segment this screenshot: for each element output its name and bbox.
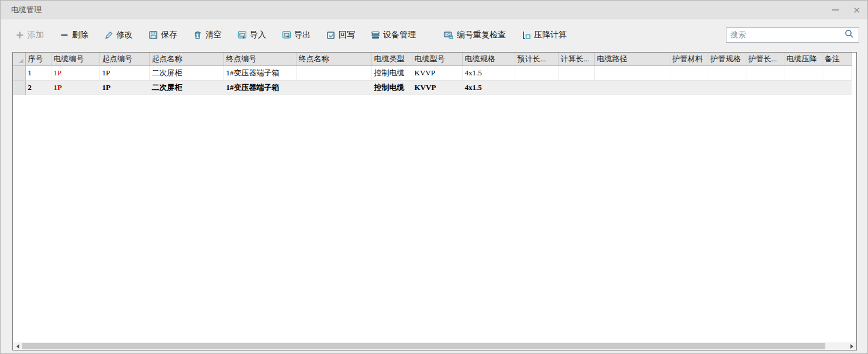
header-cell[interactable]: 计算长... — [558, 53, 594, 65]
header-cell[interactable]: 序号 — [25, 53, 51, 65]
plus-icon — [15, 30, 25, 40]
modify-label: 修改 — [116, 30, 133, 40]
table-cell[interactable]: 控制电缆 — [371, 80, 412, 95]
cable-table: 序号 电缆编号 起点编号 起点名称 终点编号 终点名称 电缆类型 电缆型号 电缆… — [12, 52, 857, 350]
title-bar: 电缆管理 — [1, 1, 867, 19]
table-cell[interactable] — [296, 80, 371, 95]
table-cell[interactable] — [296, 65, 371, 80]
table-cell[interactable]: 1P — [99, 65, 149, 80]
scrollbar-thumb[interactable] — [22, 343, 825, 349]
device-stack-icon — [371, 30, 380, 40]
add-button[interactable]: 添加 — [12, 28, 47, 42]
header-cell[interactable]: 预计长... — [515, 53, 558, 65]
table-cell[interactable] — [594, 65, 670, 80]
device-manage-button[interactable]: 设备管理 — [368, 28, 419, 42]
header-cell[interactable]: 护管材料 — [670, 53, 708, 65]
modify-button[interactable]: 修改 — [101, 28, 136, 42]
table-cell[interactable]: 2 — [25, 80, 51, 95]
table-cell[interactable]: KVVP — [412, 65, 462, 80]
table-cell[interactable] — [708, 65, 746, 80]
table-cell[interactable] — [822, 80, 851, 95]
writeback-button[interactable]: 回写 — [323, 28, 358, 42]
header-cell[interactable]: 电缆规格 — [462, 53, 515, 65]
trash-icon — [193, 30, 202, 40]
voltage-drop-button[interactable]: 压降计算 — [519, 28, 570, 42]
save-button[interactable]: 保存 — [146, 28, 180, 42]
table-row[interactable]: 1 1P 1P 二次屏柜 1#变压器端子箱 控制电缆 KVVP 4x1.5 — [13, 65, 851, 80]
table-row[interactable]: 2 1P 1P 二次屏柜 1#变压器端子箱 控制电缆 KVVP 4x1.5 — [13, 80, 851, 95]
delete-button[interactable]: 删除 — [57, 28, 91, 42]
table-cell[interactable] — [822, 65, 851, 80]
table-cell[interactable]: 1#变压器端子箱 — [223, 65, 296, 80]
select-all-cell[interactable] — [13, 53, 25, 65]
add-label: 添加 — [27, 30, 44, 40]
delete-label: 删除 — [72, 30, 88, 40]
cable-management-window: { "window": { "title": "电缆管理" }, "toolba… — [0, 0, 868, 354]
minus-icon — [60, 30, 69, 40]
table-cell[interactable]: 1P — [99, 80, 149, 95]
scroll-right-icon[interactable] — [847, 342, 856, 350]
header-cell[interactable]: 护管规格 — [708, 53, 746, 65]
header-cell[interactable]: 起点名称 — [149, 53, 223, 65]
row-indicator-icon — [19, 58, 23, 63]
clear-label: 清空 — [205, 30, 222, 40]
import-label: 导入 — [250, 30, 266, 40]
header-cell[interactable]: 电缆路径 — [594, 53, 670, 65]
header-cell[interactable]: 护管长... — [746, 53, 784, 65]
table-cell[interactable] — [558, 80, 594, 95]
import-button[interactable]: 导入 — [235, 28, 269, 42]
search-icon[interactable] — [844, 29, 855, 41]
header-cell[interactable]: 备注 — [822, 53, 851, 65]
window-title: 电缆管理 — [11, 5, 42, 15]
table-cell[interactable]: KVVP — [412, 80, 462, 95]
header-row: 序号 电缆编号 起点编号 起点名称 终点编号 终点名称 电缆类型 电缆型号 电缆… — [13, 53, 851, 65]
table-cell[interactable]: 1P — [51, 80, 99, 95]
search-input[interactable] — [731, 30, 844, 40]
table-cell[interactable] — [708, 80, 746, 95]
table-cell[interactable] — [746, 65, 784, 80]
table-cell[interactable] — [515, 65, 558, 80]
table-cell[interactable]: 二次屏柜 — [149, 65, 223, 80]
duplicate-check-icon: NO — [443, 30, 454, 40]
table-cell[interactable] — [670, 80, 708, 95]
search-box — [726, 27, 859, 43]
export-icon — [282, 30, 291, 40]
header-cell[interactable]: 起点编号 — [99, 53, 149, 65]
header-cell[interactable]: 电缆类型 — [371, 53, 412, 65]
save-label: 保存 — [161, 30, 177, 40]
minimize-icon[interactable] — [832, 9, 839, 11]
header-cell[interactable]: 电缆编号 — [51, 53, 99, 65]
save-icon — [149, 30, 158, 40]
horizontal-scrollbar[interactable] — [13, 342, 856, 350]
device-manage-label: 设备管理 — [383, 30, 416, 40]
table-cell[interactable] — [746, 80, 784, 95]
header-cell[interactable]: 电缆压降 — [784, 53, 822, 65]
header-cell[interactable]: 终点编号 — [223, 53, 296, 65]
pencil-icon — [104, 30, 113, 40]
table-cell[interactable]: 控制电缆 — [371, 65, 412, 80]
table-cell[interactable]: 4x1.5 — [462, 65, 515, 80]
table-cell[interactable]: 1#变压器端子箱 — [223, 80, 296, 95]
table-cell[interactable] — [515, 80, 558, 95]
export-button[interactable]: 导出 — [279, 28, 314, 42]
table-cell[interactable] — [594, 80, 670, 95]
table-cell[interactable] — [784, 65, 822, 80]
header-cell[interactable]: 电缆型号 — [412, 53, 462, 65]
import-icon — [237, 30, 247, 40]
writeback-icon — [326, 30, 336, 40]
header-cell[interactable]: 终点名称 — [296, 53, 371, 65]
scroll-left-icon[interactable] — [13, 342, 22, 350]
close-icon[interactable]: ✕ — [853, 6, 860, 15]
duplicate-check-button[interactable]: NO 编号重复检查 — [440, 28, 509, 42]
writeback-label: 回写 — [339, 30, 355, 40]
table-cell[interactable]: 4x1.5 — [462, 80, 515, 95]
table-cell[interactable]: 二次屏柜 — [149, 80, 223, 95]
table-cell[interactable] — [784, 80, 822, 95]
row-indicator-cell[interactable] — [13, 80, 25, 95]
table-cell[interactable] — [558, 65, 594, 80]
table-cell[interactable]: 1 — [25, 65, 51, 80]
table-cell[interactable] — [670, 65, 708, 80]
table-cell[interactable]: 1P — [51, 65, 99, 80]
row-indicator-cell[interactable] — [13, 65, 25, 80]
clear-button[interactable]: 清空 — [190, 28, 225, 42]
